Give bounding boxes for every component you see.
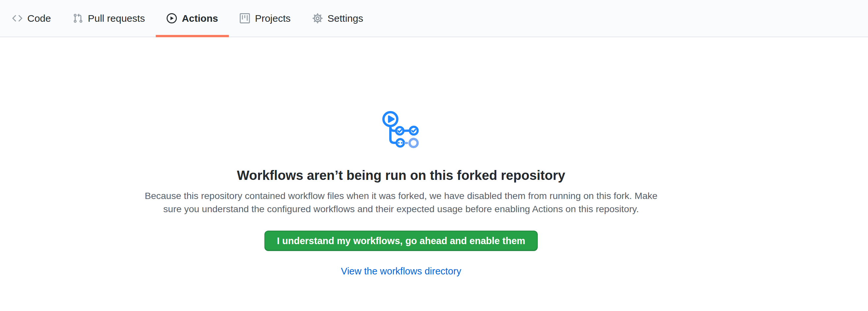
view-workflows-directory-link[interactable]: View the workflows directory xyxy=(341,266,461,276)
actions-blankslate: Workflows aren’t being run on this forke… xyxy=(0,37,802,277)
repo-tab-nav: Code Pull requests Actions Projects xyxy=(0,0,868,37)
enable-button-row: I understand my workflows, go ahead and … xyxy=(0,215,802,251)
tab-actions-label: Actions xyxy=(182,13,218,23)
play-circle-icon xyxy=(166,13,177,23)
tab-code[interactable]: Code xyxy=(1,0,62,37)
tab-projects-label: Projects xyxy=(255,13,290,23)
project-icon xyxy=(240,13,250,23)
enable-workflows-button[interactable]: I understand my workflows, go ahead and … xyxy=(265,230,538,251)
tab-projects[interactable]: Projects xyxy=(229,0,301,37)
tab-code-label: Code xyxy=(27,13,51,23)
blankslate-description: Because this repository contained workfl… xyxy=(134,189,668,215)
tab-settings[interactable]: Settings xyxy=(302,0,374,37)
tab-settings-label: Settings xyxy=(328,13,363,23)
blankslate-heading: Workflows aren’t being run on this forke… xyxy=(0,167,802,183)
tab-pull-requests[interactable]: Pull requests xyxy=(62,0,156,37)
code-icon xyxy=(12,13,22,23)
actions-workflow-icon xyxy=(382,111,420,149)
tab-pull-requests-label: Pull requests xyxy=(88,13,145,23)
pull-request-icon xyxy=(73,13,83,23)
workflows-link-row: View the workflows directory xyxy=(0,266,802,277)
tab-actions[interactable]: Actions xyxy=(156,0,229,37)
gear-icon xyxy=(312,13,323,23)
